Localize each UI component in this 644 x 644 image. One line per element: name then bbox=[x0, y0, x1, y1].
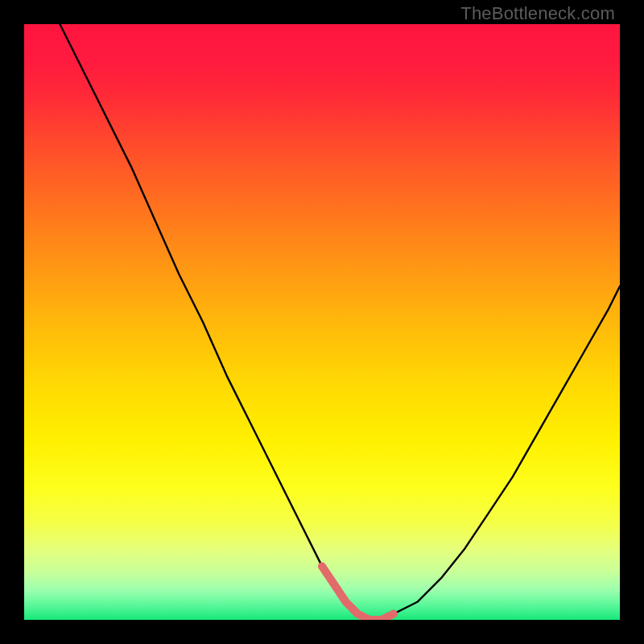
watermark-text: TheBottleneck.com bbox=[460, 3, 615, 24]
chart-frame: TheBottleneck.com bbox=[0, 0, 644, 644]
optimal-zone-highlight bbox=[322, 566, 394, 620]
curve-layer bbox=[24, 24, 620, 620]
plot-area bbox=[24, 24, 620, 620]
bottleneck-curve-line bbox=[60, 24, 620, 620]
